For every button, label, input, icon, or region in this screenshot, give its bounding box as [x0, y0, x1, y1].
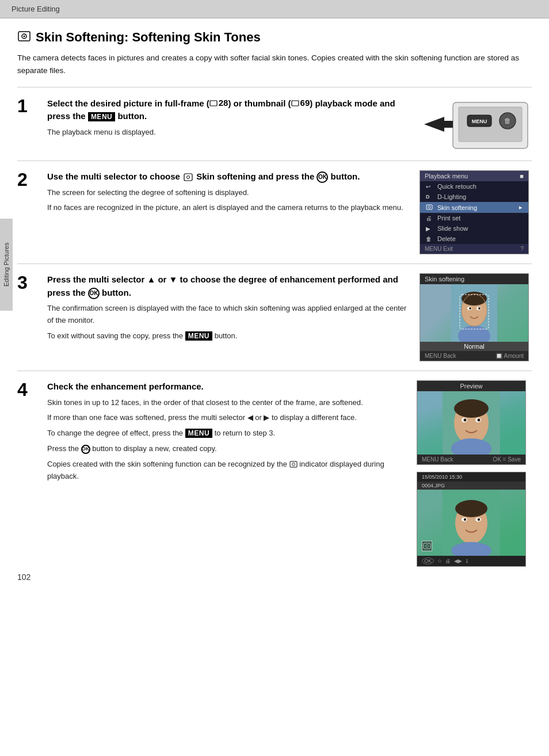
- step-2-image: Playback menu ■ ↩ Quick retouch D D-Ligh…: [417, 170, 532, 254]
- svg-point-45: [426, 545, 429, 548]
- playback-menu-screen: Playback menu ■ ↩ Quick retouch D D-Ligh…: [420, 170, 529, 254]
- preview-screen: Preview MEN: [417, 380, 526, 465]
- step-3-image: Skin softening: [417, 273, 532, 361]
- step-1-image: MENU 🗑: [417, 97, 532, 151]
- svg-point-34: [478, 419, 481, 422]
- step-4-content: Check the enhancement performance. Skin …: [47, 380, 407, 567]
- step-1-number: 1: [17, 97, 38, 151]
- step-1-content: Select the desired picture in full-frame…: [47, 97, 407, 151]
- svg-rect-14: [426, 205, 432, 209]
- skin-screen-footer: MENU Back 🔲 Amount: [420, 351, 528, 361]
- svg-point-30: [454, 399, 489, 418]
- svg-rect-4: [292, 101, 299, 106]
- step-4-header: Check the enhancement performance.: [47, 380, 407, 394]
- step-2-header: Use the multi selector to choose Skin so…: [47, 170, 407, 184]
- ok-button-2: OK: [317, 171, 328, 183]
- skin-screen-title: Skin softening: [420, 274, 528, 284]
- step-3-body: The confirmation screen is displayed wit…: [47, 303, 407, 342]
- saved-screen-filename: 0004.JPG: [417, 482, 525, 490]
- title-icon: [17, 30, 31, 45]
- menu-item-skin-softening: Skin softening ▸: [420, 202, 528, 213]
- svg-point-21: [469, 307, 471, 310]
- step-2: 2 Use the multi selector to choose Skin …: [17, 161, 532, 264]
- svg-text:🗑: 🗑: [504, 117, 511, 125]
- saved-screen-image: [417, 490, 525, 556]
- svg-point-41: [464, 518, 466, 521]
- step-3-header: Press the multi selector ▲ or ▼ to choos…: [47, 273, 407, 299]
- ok-button-3: OK: [88, 288, 100, 299]
- svg-marker-7: [424, 117, 453, 132]
- step-2-content: Use the multi selector to choose Skin so…: [47, 170, 407, 254]
- page-description: The camera detects faces in pictures and…: [17, 52, 532, 77]
- svg-point-38: [455, 500, 487, 517]
- menu-item-slide-show: ▶ Slide show: [420, 223, 528, 234]
- step-1-header: Select the desired picture in full-frame…: [47, 97, 407, 123]
- step-1: 1 Select the desired picture in full-fra…: [17, 87, 532, 161]
- skin-softening-screen: Skin softening: [420, 273, 529, 361]
- menu-item-dlighting: D D-Lighting: [420, 192, 528, 202]
- playback-menu-title: Playback menu ■: [420, 171, 528, 181]
- page-number: 102: [17, 572, 30, 582]
- svg-point-27: [292, 463, 295, 466]
- main-content: Skin Softening: Softening Skin Tones The…: [0, 18, 549, 593]
- menu-key-3: MENU: [185, 331, 212, 341]
- skin-softening-label: Skin softening: [196, 171, 256, 181]
- ok-button-4: OK: [81, 445, 90, 454]
- preview-title: Preview: [417, 381, 525, 391]
- step-3-number: 3: [17, 273, 38, 361]
- saved-screen-footer: OK ☆ 🖨 ◀▶ 1: [417, 556, 525, 566]
- preview-footer: MENU Back OK = Save: [417, 455, 525, 464]
- title-text: Skin Softening: Softening Skin Tones: [36, 30, 261, 45]
- svg-point-33: [464, 419, 467, 422]
- menu-item-print-set: 🖨 Print set: [420, 213, 528, 223]
- preview-image: [417, 391, 525, 455]
- skin-screen-image: [420, 284, 528, 342]
- step-4: 4 Check the enhancement performance. Ski…: [17, 371, 532, 576]
- step-1-body: The playback menu is displayed.: [47, 127, 407, 139]
- camera-menu-diagram: MENU 🗑: [418, 97, 531, 151]
- svg-point-15: [428, 206, 430, 208]
- step-3-content: Press the multi selector ▲ or ▼ to choos…: [47, 273, 407, 361]
- svg-rect-3: [210, 101, 217, 106]
- svg-point-13: [187, 176, 190, 179]
- menu-item-quick-retouch: ↩ Quick retouch: [420, 181, 528, 192]
- skin-softening-indicator: [422, 541, 432, 551]
- menu-key-4: MENU: [185, 429, 212, 438]
- playback-menu-footer: MENU Exit ?: [420, 244, 528, 254]
- step-3: 3 Press the multi selector ▲ or ▼ to cho…: [17, 264, 532, 371]
- step-4-images: Preview MEN: [417, 380, 532, 567]
- step-2-number: 2: [17, 170, 38, 254]
- svg-point-42: [478, 518, 480, 521]
- svg-rect-12: [184, 174, 192, 181]
- svg-rect-26: [290, 461, 297, 467]
- menu-item-delete: 🗑 Delete: [420, 234, 528, 244]
- header-bar: Picture Editing: [0, 0, 549, 18]
- step-4-body: Skin tones in up to 12 faces, in the ord…: [47, 397, 407, 483]
- svg-rect-44: [424, 543, 430, 549]
- svg-point-22: [478, 307, 481, 310]
- svg-text:MENU: MENU: [471, 119, 487, 124]
- page-title: Skin Softening: Softening Skin Tones: [17, 30, 532, 45]
- saved-screen: 15/05/2010 15:30 0004.JPG: [417, 472, 526, 567]
- svg-point-2: [24, 35, 25, 37]
- breadcrumb: Picture Editing: [12, 5, 60, 13]
- menu-key-1: MENU: [88, 112, 115, 121]
- skin-screen-label: Normal: [420, 342, 528, 351]
- step-4-number: 4: [17, 380, 38, 567]
- saved-screen-header: 15/05/2010 15:30: [417, 472, 525, 482]
- step-2-body: The screen for selecting the degree of s…: [47, 187, 407, 215]
